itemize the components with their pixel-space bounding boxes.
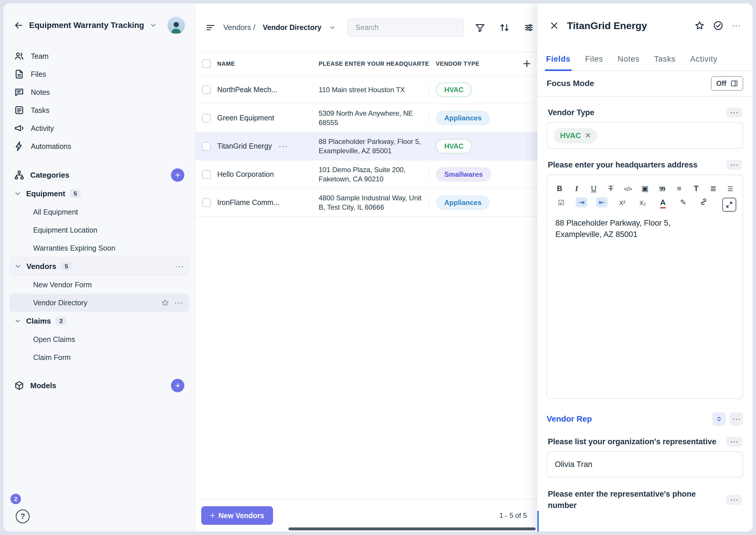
sidebar-item-new-vendor-form[interactable]: New Vendor Form: [9, 276, 189, 294]
sidebar-item-open-claims[interactable]: Open Claims: [9, 330, 189, 348]
sidebar-item-team[interactable]: Team: [9, 47, 189, 65]
category-vendors[interactable]: Vendors 5 ⋯: [9, 257, 189, 276]
tab-activity[interactable]: Activity: [690, 48, 717, 70]
models-header[interactable]: Models +: [9, 376, 189, 395]
outdent-icon[interactable]: [596, 197, 608, 207]
breadcrumb[interactable]: Vendors /: [223, 23, 255, 32]
text-style-icon[interactable]: [692, 184, 700, 192]
avatar[interactable]: [167, 16, 185, 34]
tab-files[interactable]: Files: [585, 48, 603, 70]
bold-icon[interactable]: [555, 184, 564, 192]
workspace-title[interactable]: Equipment Warranty Tracking: [29, 21, 144, 30]
superscript-icon[interactable]: [616, 199, 628, 206]
sidebar-item-all-equipment[interactable]: All Equipment: [9, 203, 189, 221]
vendor-name[interactable]: Green Equipment: [217, 114, 312, 122]
sidebar-item-tasks[interactable]: Tasks: [9, 101, 189, 119]
favorite-button[interactable]: [694, 20, 705, 31]
add-category-button[interactable]: +: [171, 168, 184, 182]
field-more-button[interactable]: ⋯: [726, 108, 742, 118]
vendor-name[interactable]: Hello Corporation: [217, 170, 312, 179]
vendor-name[interactable]: TitanGrid Energy: [217, 142, 272, 150]
vendor-type-field[interactable]: HVAC ✕: [546, 122, 743, 149]
column-header-vendor-type[interactable]: VENDOR TYPE: [429, 61, 537, 67]
row-checkbox[interactable]: [202, 142, 211, 151]
align-icon[interactable]: [675, 184, 683, 192]
strikethrough-icon[interactable]: [606, 184, 615, 192]
section-title[interactable]: Vendor Rep: [546, 414, 592, 424]
field-more-button[interactable]: ⋯: [726, 160, 742, 170]
category-claims[interactable]: Claims 2: [9, 312, 189, 330]
table-row[interactable]: NorthPeak Mech... 110 Main street Housto…: [195, 76, 537, 104]
focus-mode-toggle[interactable]: Off: [711, 76, 743, 91]
table-row[interactable]: Green Equipment 5309 North Ave Anywhere,…: [195, 104, 537, 132]
section-reorder-button[interactable]: [713, 412, 726, 426]
link-icon[interactable]: [698, 198, 710, 207]
sidebar-item-warranties-expiring-soon[interactable]: Warranties Expiring Soon: [9, 239, 189, 257]
address-rich-text-editor[interactable]: 88 Placeholder Parkway, Floor 5, Example…: [546, 175, 743, 399]
sidebar-item-claim-form[interactable]: Claim Form: [9, 348, 189, 366]
column-header-name[interactable]: NAME: [217, 61, 312, 67]
sidebar-item-vendor-directory[interactable]: Vendor Directory ⋯: [9, 294, 189, 312]
help-button[interactable]: ?: [16, 509, 30, 523]
sidebar-item-files[interactable]: Files: [9, 65, 189, 83]
sidebar-item-notes[interactable]: Notes: [9, 83, 189, 101]
indent-icon[interactable]: [576, 197, 587, 207]
sidebar-item-automations[interactable]: Automations: [9, 137, 189, 155]
column-header-address[interactable]: PLEASE ENTER YOUR HEADQUARTER: [312, 61, 429, 67]
font-color-icon[interactable]: [657, 199, 669, 206]
row-checkbox[interactable]: [202, 198, 211, 207]
bullet-list-icon[interactable]: [726, 184, 735, 192]
add-model-button[interactable]: +: [171, 379, 184, 392]
vendors-more-button[interactable]: ⋯: [175, 262, 184, 271]
breadcrumb-current[interactable]: Vendor Directory: [263, 23, 321, 32]
chevron-down-icon[interactable]: [150, 21, 157, 29]
ordered-list-icon[interactable]: [709, 184, 717, 192]
row-checkbox[interactable]: [202, 85, 211, 94]
tab-notes[interactable]: Notes: [618, 48, 640, 70]
table-row[interactable]: Hello Corporation 101 Demo Plaza, Suite …: [195, 160, 537, 189]
vendor-name[interactable]: NorthPeak Mech...: [217, 85, 312, 94]
code-icon[interactable]: [624, 184, 632, 192]
expand-editor-button[interactable]: [722, 198, 736, 212]
row-checkbox[interactable]: [202, 114, 211, 123]
remove-chip-icon[interactable]: ✕: [585, 131, 591, 140]
checklist-icon[interactable]: [555, 199, 567, 206]
field-more-button[interactable]: ⋯: [726, 437, 742, 447]
record-more-button[interactable]: ⋯: [732, 21, 741, 30]
code-block-icon[interactable]: [641, 184, 649, 192]
representative-input[interactable]: Olivia Tran: [546, 451, 743, 477]
underline-icon[interactable]: [589, 184, 598, 192]
row-checkbox[interactable]: [202, 170, 211, 179]
filter-button[interactable]: [472, 19, 489, 36]
search-input[interactable]: [348, 18, 464, 37]
italic-icon[interactable]: [573, 184, 581, 192]
sort-button[interactable]: [496, 19, 513, 36]
highlight-icon[interactable]: [678, 199, 689, 206]
view-options-button[interactable]: [205, 22, 216, 33]
add-field-button[interactable]: [522, 58, 532, 69]
more-button[interactable]: ⋯: [174, 298, 183, 307]
quote-icon[interactable]: [658, 184, 666, 192]
select-all-checkbox[interactable]: [202, 59, 211, 68]
address-value[interactable]: 88 Placeholder Parkway, Floor 5, Example…: [555, 217, 701, 240]
complete-button[interactable]: [713, 20, 723, 31]
horizontal-scrollbar[interactable]: [289, 527, 536, 530]
row-more-button[interactable]: ⋯: [278, 142, 288, 151]
table-row-selected[interactable]: TitanGrid Energy ⋯ 88 Placeholder Parkwa…: [195, 132, 537, 160]
sidebar-item-equipment-location[interactable]: Equipment Location: [9, 221, 189, 239]
table-row[interactable]: IronFlame Comm... 4800 Sample Industrial…: [195, 189, 537, 217]
field-more-button[interactable]: ⋯: [726, 495, 742, 505]
category-equipment[interactable]: Equipment 5: [9, 184, 189, 203]
chevron-down-icon[interactable]: [329, 24, 336, 31]
sidebar-item-activity[interactable]: Activity: [9, 119, 189, 137]
tab-fields[interactable]: Fields: [546, 48, 571, 70]
section-more-button[interactable]: ⋯: [730, 412, 743, 426]
back-button[interactable]: [14, 20, 24, 31]
close-button[interactable]: [549, 20, 559, 31]
star-icon[interactable]: [161, 298, 169, 307]
new-vendors-button[interactable]: + New Vendors: [201, 506, 273, 525]
subscript-icon[interactable]: [637, 199, 648, 206]
field-settings-button[interactable]: [520, 19, 537, 36]
vendor-name[interactable]: IronFlame Comm...: [217, 198, 312, 207]
tab-tasks[interactable]: Tasks: [654, 48, 676, 70]
